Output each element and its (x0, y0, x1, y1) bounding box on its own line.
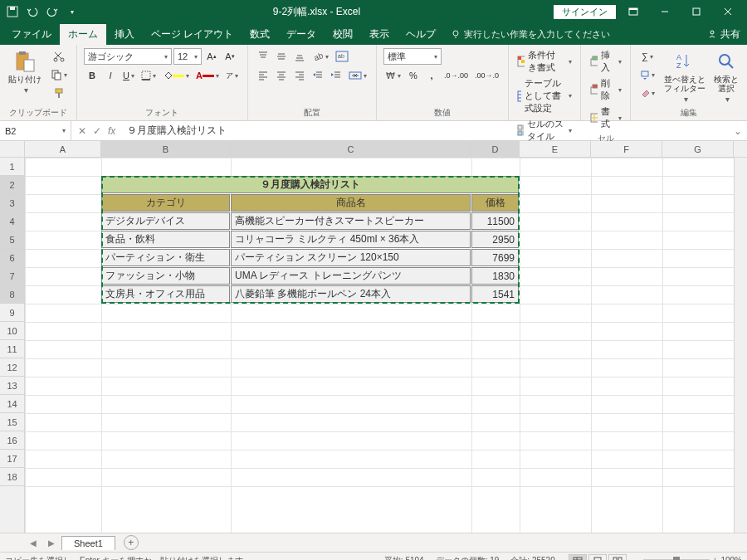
decrease-decimal-button[interactable]: .00→.0 (472, 67, 501, 84)
fx-button[interactable]: fx (108, 125, 115, 137)
save-icon[interactable] (5, 4, 20, 19)
row-header-12[interactable]: 12 (0, 358, 24, 377)
fill-color-button[interactable]: ▾ (160, 67, 192, 84)
new-sheet-button[interactable]: + (124, 535, 139, 550)
sheet-nav-prev[interactable]: ◀ (25, 538, 42, 548)
row-header-14[interactable]: 14 (0, 395, 24, 413)
col-header-F[interactable]: F (591, 141, 662, 157)
row-header-17[interactable]: 17 (0, 450, 24, 468)
formula-input[interactable]: ９月度購入検討リスト (122, 124, 729, 138)
zoom-control[interactable]: − + 100% (635, 556, 742, 560)
delete-cells-button[interactable]: 削除▾ (588, 76, 623, 103)
name-box[interactable]: B2▾ (0, 121, 71, 140)
tab-校閲[interactable]: 校閲 (325, 24, 361, 45)
cell[interactable]: コリャコーラ ミルクティ 450ml × 36本入 (231, 231, 471, 248)
share-button[interactable]: 共有 (707, 27, 740, 41)
undo-icon[interactable] (25, 4, 40, 19)
phonetic-button[interactable]: ア▾ (223, 67, 241, 84)
page-layout-view-button[interactable] (588, 554, 607, 561)
row-header-5[interactable]: 5 (0, 231, 24, 249)
accounting-format-button[interactable]: ₩▾ (383, 67, 403, 84)
row-header-1[interactable]: 1 (0, 158, 24, 176)
cell[interactable]: 高機能スピーカー付きスマートスピーカー (231, 212, 471, 230)
cell[interactable]: 7699 (471, 249, 519, 266)
increase-indent-button[interactable] (328, 67, 344, 84)
font-size-select[interactable]: 12▾ (173, 48, 202, 65)
expand-formula-icon[interactable]: ⌄ (729, 125, 747, 137)
increase-font-button[interactable]: A▴ (203, 48, 220, 65)
align-bottom-button[interactable] (291, 48, 308, 65)
sheet-tab[interactable]: Sheet1 (61, 536, 115, 550)
col-header-B[interactable]: B (101, 141, 231, 157)
align-center-button[interactable] (273, 67, 290, 84)
font-name-select[interactable]: 游ゴシック▾ (84, 48, 172, 65)
align-middle-button[interactable] (273, 48, 290, 65)
close-button[interactable] (714, 3, 742, 20)
bold-button[interactable]: B (84, 67, 100, 84)
row-header-18[interactable]: 18 (0, 468, 24, 486)
comma-button[interactable]: , (423, 67, 440, 84)
insert-cells-button[interactable]: 挿入▾ (588, 48, 623, 75)
clear-button[interactable]: ▾ (637, 85, 657, 101)
row-header-15[interactable]: 15 (0, 413, 24, 431)
decrease-indent-button[interactable] (310, 67, 326, 84)
cell[interactable]: ファッション・小物 (101, 267, 230, 285)
tab-数式[interactable]: 数式 (242, 24, 278, 45)
row-header-16[interactable]: 16 (0, 431, 24, 450)
zoom-level[interactable]: 100% (720, 556, 742, 560)
normal-view-button[interactable] (569, 554, 587, 561)
zoom-out-button[interactable]: − (635, 556, 640, 560)
align-top-button[interactable] (255, 48, 271, 65)
cell[interactable]: パーティション スクリーン 120×150 (231, 249, 471, 266)
ribbon-options-icon[interactable] (619, 3, 647, 20)
align-left-button[interactable] (255, 67, 271, 84)
col-header-G[interactable]: G (662, 141, 734, 157)
row-header-6[interactable]: 6 (0, 249, 24, 267)
sheet-nav-next[interactable]: ▶ (43, 538, 60, 548)
tab-ページ レイアウト[interactable]: ページ レイアウト (143, 24, 242, 45)
paste-button[interactable]: 貼り付け ▾ (7, 48, 43, 96)
tab-ヘルプ[interactable]: ヘルプ (398, 24, 444, 45)
number-format-select[interactable]: 標準▾ (383, 48, 442, 65)
qat-customize-icon[interactable]: ▾ (65, 4, 80, 19)
row-header-10[interactable]: 10 (0, 322, 24, 340)
cell[interactable]: 価格 (471, 194, 519, 212)
cell[interactable]: 2950 (471, 231, 519, 248)
format-as-table-button[interactable]: テーブルとして書式設定▾ (515, 76, 574, 115)
orientation-button[interactable]: ab▾ (310, 48, 331, 65)
page-break-view-button[interactable] (608, 554, 627, 561)
signin-button[interactable]: サインイン (554, 5, 616, 19)
row-header-9[interactable]: 9 (0, 304, 24, 322)
row-header-11[interactable]: 11 (0, 340, 24, 358)
cell[interactable]: ９月度購入検討リスト (101, 176, 519, 193)
select-all-corner[interactable] (0, 141, 25, 158)
cell[interactable]: 1541 (471, 285, 519, 303)
cell[interactable]: 11500 (471, 212, 519, 230)
row-header-13[interactable]: 13 (0, 377, 24, 395)
zoom-in-button[interactable]: + (713, 556, 718, 560)
underline-button[interactable]: U▾ (120, 67, 137, 84)
redo-icon[interactable] (45, 4, 60, 19)
percent-button[interactable]: % (405, 67, 422, 84)
cell[interactable]: 商品名 (231, 194, 471, 212)
row-header-3[interactable]: 3 (0, 194, 24, 212)
tab-データ[interactable]: データ (278, 24, 325, 45)
increase-decimal-button[interactable]: .0→.00 (442, 67, 471, 84)
font-color-button[interactable]: A▾ (193, 67, 222, 84)
format-painter-button[interactable] (48, 85, 70, 101)
cell[interactable]: 八菱鉛筆 多機能ボールペン 24本入 (231, 285, 471, 303)
col-header-D[interactable]: D (471, 141, 520, 157)
copy-button[interactable]: ▾ (48, 66, 70, 83)
vertical-scrollbar[interactable] (734, 158, 747, 533)
cell[interactable]: パーティション・衛生 (101, 249, 230, 266)
col-header-E[interactable]: E (520, 141, 591, 157)
tab-挿入[interactable]: 挿入 (106, 24, 143, 45)
row-header-2[interactable]: 2 (0, 176, 24, 194)
cell[interactable]: 1830 (471, 267, 519, 285)
tab-表示[interactable]: 表示 (361, 24, 398, 45)
wrap-text-button[interactable]: ab (333, 48, 351, 65)
tell-me[interactable]: 実行したい作業を入力してください (451, 28, 610, 41)
col-header-A[interactable]: A (25, 141, 101, 157)
border-button[interactable]: ▾ (139, 67, 159, 84)
tab-ファイル[interactable]: ファイル (3, 24, 60, 45)
